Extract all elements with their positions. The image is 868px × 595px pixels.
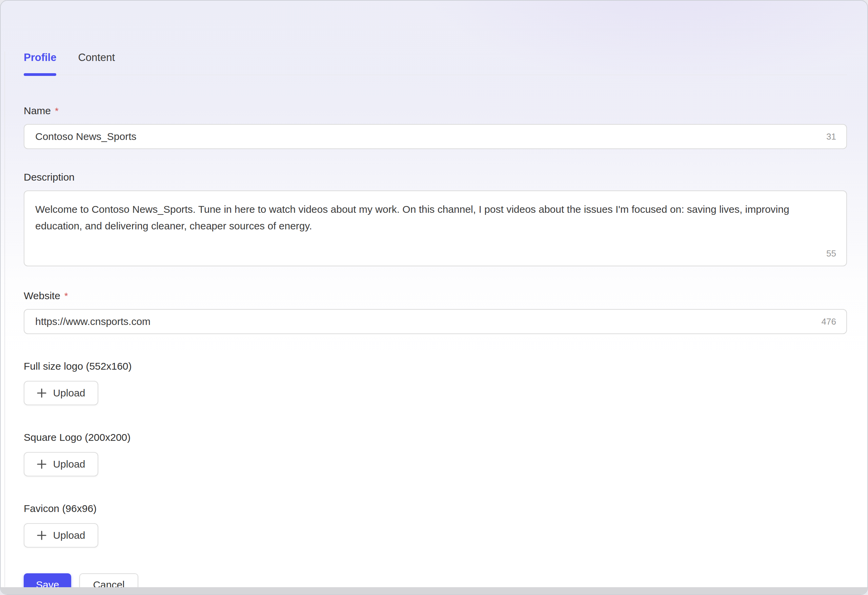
tab-bar: Profile Content	[24, 52, 847, 75]
profile-form: Profile Content Name * 31 Description We…	[1, 1, 867, 594]
tab-profile-label: Profile	[24, 52, 56, 63]
square-logo-label: Square Logo (200x200)	[24, 432, 847, 443]
upload-button-label: Upload	[53, 387, 85, 399]
plus-icon	[37, 459, 47, 469]
square-logo-upload-button[interactable]: Upload	[24, 452, 98, 476]
plus-icon	[37, 388, 47, 398]
website-field-wrap: 476	[24, 309, 847, 334]
description-textarea[interactable]: Welcome to Contoso News_Sports. Tune in …	[24, 190, 847, 266]
channel-profile-window: Profile Content Name * 31 Description We…	[0, 0, 868, 595]
favicon-label: Favicon (96x96)	[24, 503, 847, 514]
full-size-logo-upload-button[interactable]: Upload	[24, 381, 98, 405]
horizontal-scrollbar[interactable]	[1, 587, 867, 594]
favicon-upload-button[interactable]: Upload	[24, 523, 98, 548]
website-input[interactable]	[24, 309, 847, 334]
website-label: Website *	[24, 290, 847, 301]
name-label: Name *	[24, 105, 847, 117]
description-field-wrap: Welcome to Contoso News_Sports. Tune in …	[24, 190, 847, 266]
tab-content[interactable]: Content	[78, 52, 115, 75]
required-asterisk: *	[64, 291, 68, 301]
website-label-text: Website	[24, 290, 61, 301]
tab-profile[interactable]: Profile	[24, 52, 56, 75]
upload-button-label: Upload	[53, 530, 85, 541]
description-label-text: Description	[24, 171, 75, 183]
full-size-logo-label: Full size logo (552x160)	[24, 360, 847, 372]
plus-icon	[37, 530, 47, 540]
name-input[interactable]	[24, 124, 847, 149]
tab-content-label: Content	[78, 52, 115, 63]
upload-button-label: Upload	[53, 458, 85, 470]
required-asterisk: *	[55, 106, 59, 117]
description-label: Description	[24, 171, 847, 183]
active-tab-indicator	[24, 73, 56, 76]
name-label-text: Name	[24, 105, 51, 117]
name-field-wrap: 31	[24, 124, 847, 149]
